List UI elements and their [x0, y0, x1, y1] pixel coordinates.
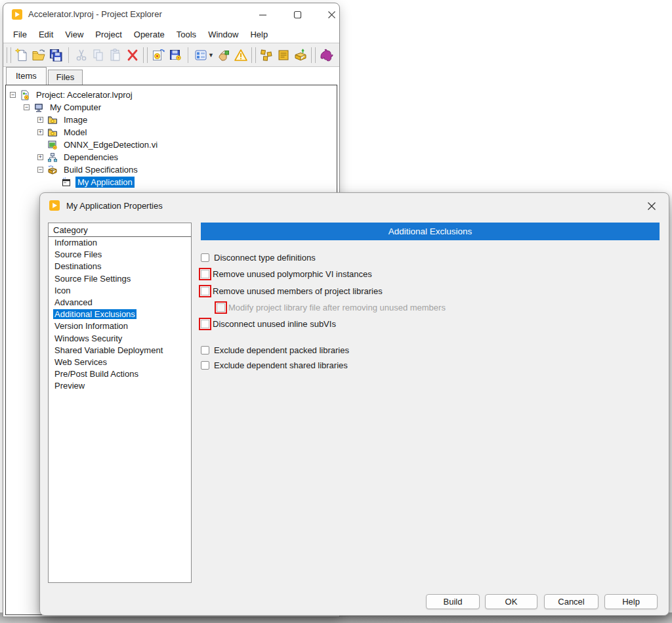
save-target-icon[interactable] [167, 47, 184, 64]
tree-item-label: Build Specifications [62, 164, 140, 175]
tree-item-project-accelerator-lvproj[interactable]: − Project: Accelerator.lvproj [6, 89, 337, 101]
tree-item-image[interactable]: + Image [6, 114, 337, 126]
checkbox[interactable] [201, 253, 209, 262]
menu-view[interactable]: View [59, 28, 89, 41]
delete-icon[interactable] [124, 47, 141, 64]
tree-connector [37, 142, 43, 148]
collapse-expander-icon[interactable]: − [24, 104, 30, 110]
category-item-source-files[interactable]: Source Files [49, 249, 191, 261]
category-item-icon[interactable]: Icon [49, 285, 191, 297]
category-item-source-file-settings[interactable]: Source File Settings [49, 273, 191, 285]
menu-help[interactable]: Help [244, 28, 274, 41]
tree-item-build-specifications[interactable]: − Build Specifications [6, 163, 337, 176]
wiring-tool-icon[interactable] [215, 47, 232, 64]
ok-button[interactable]: OK [485, 594, 537, 609]
tree-item-label: My Computer [48, 102, 103, 113]
checkbox[interactable] [217, 303, 225, 312]
tree-item-label: Model [62, 127, 89, 138]
expand-expander-icon[interactable]: + [37, 129, 43, 135]
view-columns-icon[interactable] [192, 47, 209, 64]
resolve-conflicts-icon[interactable] [232, 47, 249, 64]
refresh-vi-icon[interactable] [150, 47, 167, 64]
folder-icon [47, 115, 58, 125]
tree-item-model[interactable]: + Model [6, 126, 337, 139]
option-modify-project-library-file-after-removing-unused-members[interactable]: Modify project library file after removi… [215, 301, 446, 314]
package-library-icon[interactable] [275, 47, 292, 64]
toolbar-grip [251, 47, 256, 63]
open-project-icon[interactable] [30, 47, 47, 64]
tree-item-dependencies[interactable]: + Dependencies [6, 151, 337, 163]
maximize-button[interactable] [289, 8, 305, 21]
desktop: Accelerator.lvproj - Project Explorer Fi… [0, 0, 672, 623]
toolbar: ▼ [3, 43, 339, 67]
category-item-web-services[interactable]: Web Services [49, 356, 191, 368]
copy-icon[interactable] [90, 47, 107, 64]
menu-window[interactable]: Window [202, 28, 244, 41]
dialog-close-button[interactable] [645, 200, 658, 213]
category-item-preview[interactable]: Preview [49, 380, 191, 392]
dependencies-icon [47, 152, 58, 163]
menu-edit[interactable]: Edit [33, 28, 59, 41]
close-button[interactable] [324, 8, 339, 21]
tree-item-onnx-edgedetection-vi[interactable]: ONNX_EdgeDetection.vi [6, 139, 337, 151]
deploy-icon[interactable] [292, 47, 309, 64]
tree-item-label: ONNX_EdgeDetection.vi [62, 139, 159, 150]
tab-items[interactable]: Items [6, 67, 47, 85]
help-button[interactable]: Help [604, 594, 658, 609]
category-item-pre-post-build-actions[interactable]: Pre/Post Build Actions [49, 368, 191, 380]
expand-expander-icon[interactable]: + [37, 117, 43, 123]
project-icon [20, 90, 30, 100]
category-list-header: Category [49, 223, 191, 237]
save-all-icon[interactable] [47, 47, 64, 64]
toolbar-grip [7, 47, 11, 63]
minimize-button[interactable] [255, 8, 270, 21]
category-item-advanced[interactable]: Advanced [49, 297, 191, 309]
category-item-information[interactable]: Information [49, 237, 191, 249]
dialog-title: My Application Properties [66, 201, 163, 211]
paste-icon[interactable] [107, 47, 124, 64]
menu-operate[interactable]: Operate [128, 28, 171, 41]
menu-file[interactable]: File [7, 28, 33, 41]
build-button[interactable]: Build [426, 594, 480, 609]
cancel-button[interactable]: Cancel [544, 594, 598, 609]
checkbox[interactable] [201, 346, 209, 354]
checkbox[interactable] [201, 287, 209, 295]
titlebar: Accelerator.lvproj - Project Explorer [3, 3, 339, 26]
category-item-additional-exclusions[interactable]: Additional Exclusions [49, 309, 191, 320]
build-all-icon[interactable] [258, 47, 275, 64]
category-list: Category InformationSource FilesDestinat… [48, 223, 192, 583]
option-exclude-dependent-shared-libraries[interactable]: Exclude dependent shared libraries [201, 359, 348, 372]
modified-indicator [199, 318, 211, 330]
checkbox-label: Disconnect unused inline subVIs [213, 319, 336, 329]
menu-project[interactable]: Project [89, 28, 127, 41]
option-disconnect-type-definitions[interactable]: Disconnect type definitions [201, 251, 316, 264]
collapse-expander-icon[interactable]: − [37, 167, 43, 173]
class-hierarchy-icon[interactable] [318, 47, 335, 64]
cut-icon[interactable] [73, 47, 90, 64]
labview-logo-icon [12, 9, 22, 20]
category-item-windows-security[interactable]: Windows Security [49, 333, 191, 345]
option-exclude-dependent-packed-libraries[interactable]: Exclude dependent packed libraries [201, 344, 349, 356]
toolbar-separator [188, 47, 188, 63]
checkbox[interactable] [201, 320, 209, 328]
option-remove-unused-polymorphic-vi-instances[interactable]: Remove unused polymorphic VI instances [199, 268, 372, 280]
new-file-icon[interactable] [13, 47, 30, 64]
checkbox[interactable] [201, 361, 209, 370]
tab-files[interactable]: Files [48, 70, 83, 85]
collapse-expander-icon[interactable]: − [10, 92, 16, 98]
option-remove-unused-members-of-project-libraries[interactable]: Remove unused members of project librari… [199, 285, 383, 297]
expand-expander-icon[interactable]: + [37, 154, 43, 160]
tree-item-label: My Application [75, 177, 135, 188]
checkbox[interactable] [201, 270, 209, 278]
folder-icon [47, 127, 58, 138]
menu-tools[interactable]: Tools [171, 28, 202, 41]
category-item-shared-variable-deployment[interactable]: Shared Variable Deployment [49, 345, 191, 356]
tree-item-my-application[interactable]: My Application [6, 176, 337, 188]
dropdown-arrow-icon[interactable]: ▼ [208, 52, 214, 58]
tree-item-my-computer[interactable]: − My Computer [6, 101, 337, 114]
build-specs-icon [47, 165, 58, 175]
tree-connector [51, 179, 57, 185]
category-item-version-information[interactable]: Version Information [49, 320, 191, 332]
category-item-destinations[interactable]: Destinations [49, 261, 191, 272]
option-disconnect-unused-inline-subvis[interactable]: Disconnect unused inline subVIs [199, 318, 336, 330]
